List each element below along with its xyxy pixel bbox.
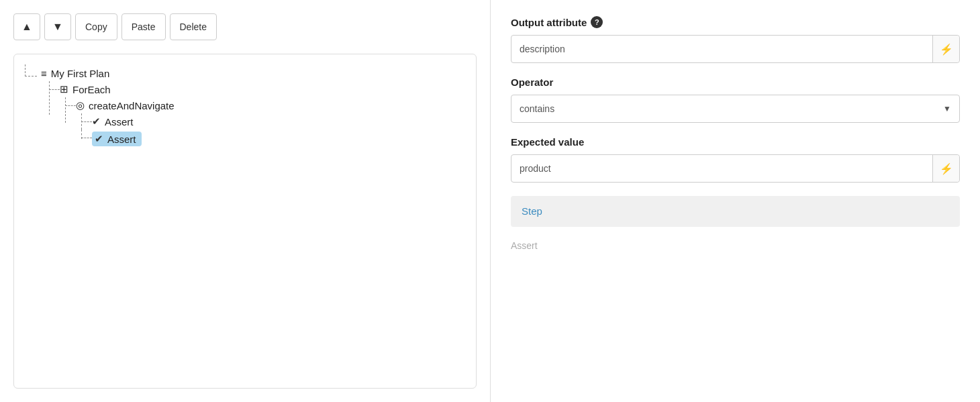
output-attribute-label: Output attribute bbox=[511, 17, 587, 28]
foreach-node[interactable]: ⊞ ForEach ◎ createAndNavigate bbox=[44, 81, 465, 148]
root-connector-icon bbox=[25, 64, 37, 77]
output-attribute-lightning-icon: ⚡ bbox=[940, 43, 953, 56]
operator-dropdown-arrow-icon: ▼ bbox=[935, 95, 959, 122]
operator-label: Operator bbox=[511, 77, 553, 88]
assert2-selected-row[interactable]: ✔ Assert bbox=[92, 132, 142, 146]
output-attribute-lightning-button[interactable]: ⚡ bbox=[932, 36, 959, 62]
toolbar: ▲ ▼ Copy Paste Delete bbox=[13, 13, 477, 40]
tree-level-1: ⊞ ForEach ◎ createAndNavigate bbox=[25, 81, 465, 148]
operator-select[interactable]: contains equals starts with ends with ma… bbox=[511, 97, 935, 121]
create-navigate-label: createAndNavigate bbox=[89, 100, 175, 111]
expected-value-input[interactable] bbox=[511, 156, 932, 181]
output-attribute-info-icon[interactable]: ? bbox=[591, 16, 603, 28]
tree-root-node[interactable]: ≡ My First Plan bbox=[25, 65, 465, 81]
assert-label-text: Assert bbox=[511, 240, 538, 251]
right-panel: Output attribute ? ⚡ Operator contains e… bbox=[490, 0, 980, 402]
copy-button[interactable]: Copy bbox=[75, 13, 117, 40]
assert2-label: Assert bbox=[107, 134, 136, 145]
output-attribute-section-label: Output attribute ? bbox=[511, 16, 960, 28]
left-panel: ▲ ▼ Copy Paste Delete ≡ My First Plan ⊞ … bbox=[0, 0, 490, 402]
step-section[interactable]: Step bbox=[511, 196, 960, 227]
output-attribute-field: ⚡ bbox=[511, 35, 960, 63]
move-down-button[interactable]: ▼ bbox=[44, 13, 71, 40]
tree-container: ≡ My First Plan ⊞ ForEach ◎ createAndNav… bbox=[13, 54, 477, 389]
step-label: Step bbox=[522, 205, 542, 217]
assert2-checkmark-icon: ✔ bbox=[95, 133, 103, 145]
delete-button[interactable]: Delete bbox=[170, 13, 217, 40]
create-navigate-node[interactable]: ◎ createAndNavigate ✔ Assert bbox=[60, 97, 465, 148]
expected-value-label: Expected value bbox=[511, 136, 584, 148]
expected-value-field: ⚡ bbox=[511, 154, 960, 183]
expected-value-lightning-button[interactable]: ⚡ bbox=[932, 155, 959, 182]
tree-level-2: ◎ createAndNavigate ✔ Assert bbox=[60, 97, 465, 148]
foreach-icon: ⊞ bbox=[60, 83, 68, 95]
assert1-checkmark-icon: ✔ bbox=[92, 115, 101, 128]
assert1-label: Assert bbox=[105, 116, 134, 128]
assert-node-2-selected[interactable]: ✔ Assert bbox=[76, 130, 465, 148]
create-navigate-icon: ◎ bbox=[76, 99, 85, 111]
assert-section-label: Assert bbox=[511, 240, 960, 251]
expected-value-section-label: Expected value bbox=[511, 136, 960, 148]
root-label: My First Plan bbox=[51, 68, 110, 79]
paste-button[interactable]: Paste bbox=[121, 13, 166, 40]
expected-value-lightning-icon: ⚡ bbox=[940, 162, 953, 175]
operator-section-label: Operator bbox=[511, 77, 960, 88]
assert-node-1[interactable]: ✔ Assert bbox=[76, 113, 465, 130]
root-icon: ≡ bbox=[41, 68, 47, 79]
foreach-label: ForEach bbox=[72, 84, 111, 95]
operator-select-row: contains equals starts with ends with ma… bbox=[511, 95, 960, 123]
tree-level-3: ✔ Assert ✔ Assert bbox=[76, 113, 465, 148]
output-attribute-input[interactable] bbox=[511, 37, 932, 61]
move-up-button[interactable]: ▲ bbox=[13, 13, 40, 40]
